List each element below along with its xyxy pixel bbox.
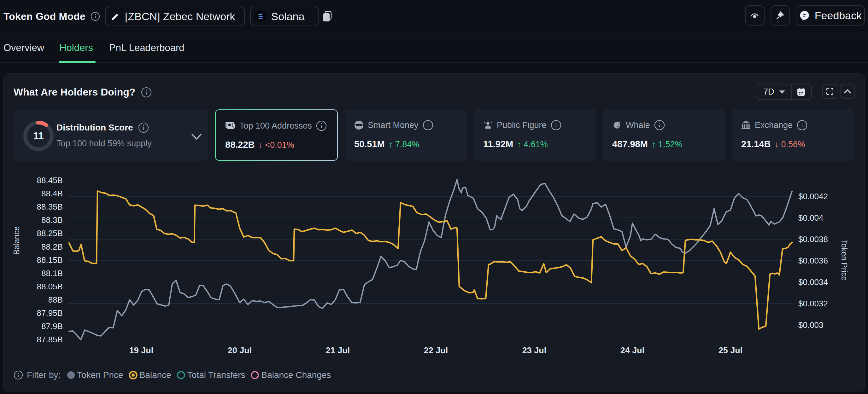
- svg-text:87.85B: 87.85B: [37, 335, 63, 344]
- svg-text:24 Jul: 24 Jul: [620, 346, 645, 355]
- svg-text:$0.0038: $0.0038: [798, 234, 828, 244]
- svg-text:$0.0036: $0.0036: [798, 256, 828, 265]
- svg-text:19 Jul: 19 Jul: [129, 346, 154, 355]
- svg-text:Balance: Balance: [12, 226, 21, 255]
- svg-text:88.1B: 88.1B: [41, 268, 63, 278]
- svg-text:88B: 88B: [48, 295, 63, 304]
- svg-text:25 Jul: 25 Jul: [718, 346, 743, 355]
- svg-text:87.95B: 87.95B: [37, 308, 63, 318]
- svg-text:88.15B: 88.15B: [37, 255, 63, 265]
- svg-text:88.2B: 88.2B: [41, 242, 63, 252]
- svg-text:88.25B: 88.25B: [37, 229, 63, 238]
- svg-text:87.9B: 87.9B: [41, 322, 63, 331]
- svg-text:88.4B: 88.4B: [41, 189, 63, 198]
- svg-text:88.05B: 88.05B: [37, 282, 63, 291]
- svg-text:88.45B: 88.45B: [37, 175, 63, 185]
- svg-text:21 Jul: 21 Jul: [326, 346, 350, 355]
- svg-text:$0.0042: $0.0042: [798, 192, 828, 201]
- svg-text:88.35B: 88.35B: [37, 202, 63, 211]
- svg-text:$0.004: $0.004: [798, 213, 824, 223]
- svg-text:23 Jul: 23 Jul: [522, 346, 547, 355]
- svg-text:$0.003: $0.003: [798, 320, 824, 330]
- svg-text:22 Jul: 22 Jul: [424, 346, 448, 355]
- svg-text:88.3B: 88.3B: [41, 215, 63, 225]
- svg-text:$0.0032: $0.0032: [798, 299, 828, 308]
- svg-text:Token Price: Token Price: [840, 239, 849, 281]
- svg-text:20 Jul: 20 Jul: [228, 346, 252, 355]
- svg-text:$0.0034: $0.0034: [798, 277, 828, 287]
